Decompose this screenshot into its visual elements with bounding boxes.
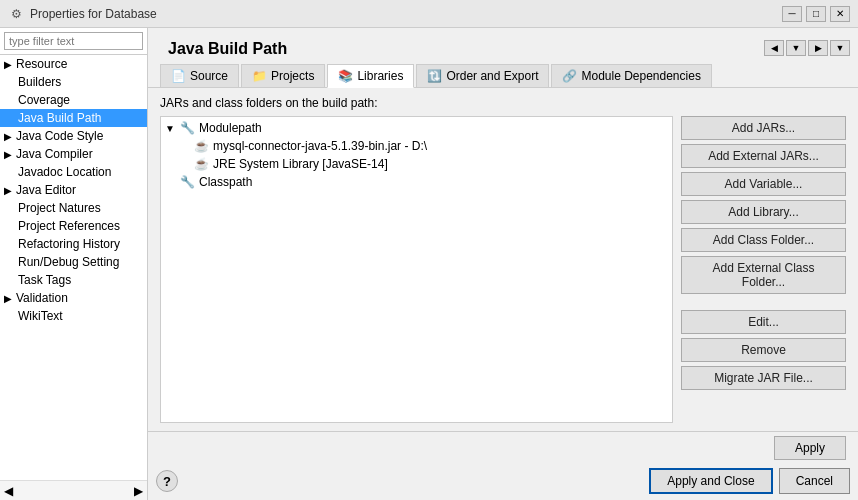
tree-item-icon-mysql-connector: ☕: [193, 138, 209, 154]
sidebar-item-java-build-path[interactable]: Java Build Path: [0, 109, 147, 127]
remove-button[interactable]: Remove: [681, 338, 846, 362]
window-controls: ─ □ ✕: [782, 6, 850, 22]
add-variable-button[interactable]: Add Variable...: [681, 172, 846, 196]
minimize-button[interactable]: ─: [782, 6, 802, 22]
sidebar-item-task-tags[interactable]: Task Tags: [0, 271, 147, 289]
cancel-button[interactable]: Cancel: [779, 468, 850, 494]
sidebar: ▶ResourceBuildersCoverageJava Build Path…: [0, 28, 148, 500]
sidebar-item-javadoc-location[interactable]: Javadoc Location: [0, 163, 147, 181]
expand-arrow-icon: ▶: [4, 131, 14, 142]
nav-back-dropdown-button[interactable]: ▼: [786, 40, 806, 56]
sidebar-item-validation[interactable]: ▶Validation: [0, 289, 147, 307]
scroll-left-icon[interactable]: ◀: [4, 484, 13, 498]
maximize-button[interactable]: □: [806, 6, 826, 22]
tab-libraries[interactable]: 📚Libraries: [327, 64, 414, 88]
add-external-jars-button[interactable]: Add External JARs...: [681, 144, 846, 168]
apply-row: Apply: [148, 432, 858, 464]
sidebar-item-project-references[interactable]: Project References: [0, 217, 147, 235]
migrate-jar-button[interactable]: Migrate JAR File...: [681, 366, 846, 390]
sidebar-item-resource[interactable]: ▶Resource: [0, 55, 147, 73]
tree-item-icon-jre-system-library: ☕: [193, 156, 209, 172]
sidebar-scroll-indicator: ◀ ▶: [0, 480, 147, 500]
add-jars-button[interactable]: Add JARs...: [681, 116, 846, 140]
window-icon: ⚙: [8, 6, 24, 22]
sidebar-item-wikitext[interactable]: WikiText: [0, 307, 147, 325]
bottom-right-buttons: Apply and Close Cancel: [649, 468, 850, 494]
tree-item-mysql-connector[interactable]: ☕ mysql-connector-java-5.1.39-bin.jar - …: [163, 137, 670, 155]
tab-label-module-dependencies: Module Dependencies: [581, 69, 700, 83]
edit-button[interactable]: Edit...: [681, 310, 846, 334]
tree-item-icon-classpath: 🔧: [179, 174, 195, 190]
tree-item-icon-modulepath: 🔧: [179, 120, 195, 136]
tab-label-source: Source: [190, 69, 228, 83]
tree-item-label-mysql-connector: mysql-connector-java-5.1.39-bin.jar - D:…: [213, 139, 427, 153]
tab-module-dependencies[interactable]: 🔗Module Dependencies: [551, 64, 711, 87]
bottom-actions-row: ? Apply and Close Cancel: [148, 464, 858, 500]
tab-icon-libraries: 📚: [338, 69, 353, 83]
main-content: ▶ResourceBuildersCoverageJava Build Path…: [0, 28, 858, 500]
buttons-column: Add JARs...Add External JARs...Add Varia…: [681, 116, 846, 423]
nav-back-button[interactable]: ◀: [764, 40, 784, 56]
expand-arrow-icon: ▶: [4, 149, 14, 160]
nav-forward-button[interactable]: ▶: [808, 40, 828, 56]
tree-arrow-icon: ▼: [165, 123, 179, 134]
window-title: Properties for Database: [30, 7, 782, 21]
apply-button[interactable]: Apply: [774, 436, 846, 460]
right-panel: Java Build Path ◀ ▼ ▶ ▼ 📄Source📁Projects…: [148, 28, 858, 500]
tree-and-buttons: ▼ 🔧 Modulepath ☕ mysql-connector-java-5.…: [160, 116, 846, 423]
scroll-right-icon[interactable]: ▶: [134, 484, 143, 498]
sidebar-item-java-code-style[interactable]: ▶Java Code Style: [0, 127, 147, 145]
sidebar-item-java-editor[interactable]: ▶Java Editor: [0, 181, 147, 199]
help-button[interactable]: ?: [156, 470, 178, 492]
button-spacer: [681, 298, 846, 306]
tab-icon-module-dependencies: 🔗: [562, 69, 577, 83]
expand-arrow-icon: ▶: [4, 293, 14, 304]
tab-icon-projects: 📁: [252, 69, 267, 83]
tab-label-order-export: Order and Export: [446, 69, 538, 83]
sidebar-list: ▶ResourceBuildersCoverageJava Build Path…: [0, 55, 147, 480]
tab-label-libraries: Libraries: [357, 69, 403, 83]
tab-order-export[interactable]: 🔃Order and Export: [416, 64, 549, 87]
nav-forward-dropdown-button[interactable]: ▼: [830, 40, 850, 56]
tree-item-modulepath[interactable]: ▼ 🔧 Modulepath: [163, 119, 670, 137]
content-area: JARs and class folders on the build path…: [148, 88, 858, 431]
tree-item-label-jre-system-library: JRE System Library [JavaSE-14]: [213, 157, 388, 171]
close-button[interactable]: ✕: [830, 6, 850, 22]
tree-item-classpath[interactable]: 🔧 Classpath: [163, 173, 670, 191]
tab-label-projects: Projects: [271, 69, 314, 83]
content-label: JARs and class folders on the build path…: [160, 96, 846, 110]
expand-arrow-icon: ▶: [4, 59, 14, 70]
tab-source[interactable]: 📄Source: [160, 64, 239, 87]
tab-icon-order-export: 🔃: [427, 69, 442, 83]
tabs-bar: 📄Source📁Projects📚Libraries🔃Order and Exp…: [148, 64, 858, 88]
tree-item-label-modulepath: Modulepath: [199, 121, 262, 135]
sidebar-filter-input[interactable]: [4, 32, 143, 50]
panel-title: Java Build Path: [156, 32, 299, 64]
sidebar-item-project-natures[interactable]: Project Natures: [0, 199, 147, 217]
sidebar-item-refactoring-history[interactable]: Refactoring History: [0, 235, 147, 253]
expand-arrow-icon: ▶: [4, 185, 14, 196]
sidebar-item-coverage[interactable]: Coverage: [0, 91, 147, 109]
sidebar-filter-container: [0, 28, 147, 55]
apply-close-button[interactable]: Apply and Close: [649, 468, 772, 494]
sidebar-item-builders[interactable]: Builders: [0, 73, 147, 91]
sidebar-item-java-compiler[interactable]: ▶Java Compiler: [0, 145, 147, 163]
tree-view: ▼ 🔧 Modulepath ☕ mysql-connector-java-5.…: [160, 116, 673, 423]
add-class-folder-button[interactable]: Add Class Folder...: [681, 228, 846, 252]
add-library-button[interactable]: Add Library...: [681, 200, 846, 224]
add-external-class-folder-button[interactable]: Add External Class Folder...: [681, 256, 846, 294]
sidebar-item-run-debug-setting[interactable]: Run/Debug Setting: [0, 253, 147, 271]
titlebar: ⚙ Properties for Database ─ □ ✕: [0, 0, 858, 28]
tree-item-label-classpath: Classpath: [199, 175, 252, 189]
tab-projects[interactable]: 📁Projects: [241, 64, 325, 87]
tab-icon-source: 📄: [171, 69, 186, 83]
tree-item-jre-system-library[interactable]: ☕ JRE System Library [JavaSE-14]: [163, 155, 670, 173]
bottom-bar: Apply ? Apply and Close Cancel: [148, 431, 858, 500]
